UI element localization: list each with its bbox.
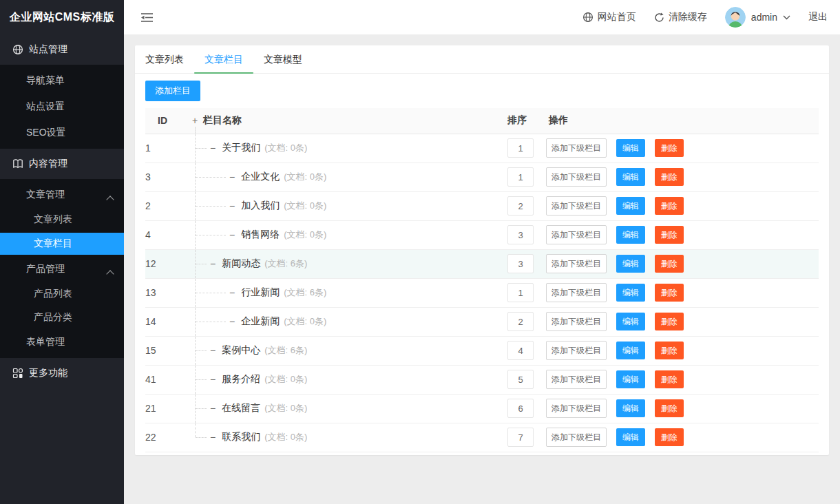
- clear-cache-link[interactable]: 清除缓存: [654, 11, 707, 23]
- tree-collapse-icon[interactable]: −: [229, 229, 235, 240]
- tree-collapse-icon[interactable]: −: [210, 345, 216, 356]
- sort-input[interactable]: [507, 138, 534, 158]
- delete-button[interactable]: 删除: [655, 168, 684, 186]
- add-sub-category-button[interactable]: 添加下级栏目: [546, 428, 607, 447]
- site-home-link[interactable]: 网站首页: [582, 11, 636, 23]
- add-sub-category-button[interactable]: 添加下级栏目: [546, 341, 607, 360]
- tab-article-categories[interactable]: 文章栏目: [194, 45, 253, 73]
- edit-button[interactable]: 编辑: [616, 284, 645, 302]
- sort-input[interactable]: [507, 196, 534, 216]
- sidebar-item-more-features[interactable]: 更多功能: [0, 358, 124, 388]
- sort-input[interactable]: [507, 370, 534, 389]
- header-sort: 排序: [507, 108, 546, 134]
- sort-input[interactable]: [507, 283, 534, 302]
- sidebar-item-site-management[interactable]: 站点管理: [0, 34, 124, 65]
- user-menu[interactable]: admin: [725, 7, 790, 28]
- sidebar-item-label: 文章列表: [34, 213, 72, 226]
- clear-cache-label: 清除缓存: [669, 11, 707, 23]
- sort-input[interactable]: [507, 254, 534, 273]
- edit-button[interactable]: 编辑: [616, 197, 645, 215]
- edit-button[interactable]: 编辑: [616, 255, 645, 273]
- tree-content: − 服务介绍 (文档: 0条): [189, 373, 307, 386]
- delete-button[interactable]: 删除: [655, 226, 684, 244]
- sort-input[interactable]: [507, 167, 534, 187]
- add-sub-category-button[interactable]: 添加下级栏目: [546, 167, 607, 187]
- sidebar-item-form-management[interactable]: 表单管理: [0, 329, 124, 355]
- delete-button[interactable]: 删除: [655, 342, 684, 359]
- delete-button[interactable]: 删除: [655, 139, 684, 157]
- sidebar-item-article-categories[interactable]: 文章栏目: [0, 233, 124, 255]
- sort-input[interactable]: [507, 428, 534, 447]
- add-sub-category-button[interactable]: 添加下级栏目: [546, 225, 607, 244]
- delete-button[interactable]: 删除: [655, 284, 684, 302]
- tree-cell: − 在线留言 (文档: 0条): [189, 395, 507, 423]
- tree-collapse-icon[interactable]: −: [229, 316, 235, 327]
- tab-article-list[interactable]: 文章列表: [135, 45, 194, 73]
- tab-label: 文章列表: [145, 54, 184, 65]
- tab-label: 文章模型: [264, 54, 302, 65]
- sidebar-collapse-button[interactable]: [140, 10, 156, 25]
- grid-icon: [12, 368, 23, 379]
- tree-collapse-icon[interactable]: −: [210, 258, 216, 269]
- category-row: 3 − 企业文化 (文档: 0条) 添加下级栏目 编辑 删除: [145, 162, 819, 191]
- table-header-row: ID + 栏目名称 排序 操作: [145, 108, 819, 134]
- delete-button[interactable]: 删除: [655, 197, 684, 215]
- sort-input[interactable]: [507, 225, 534, 244]
- edit-button[interactable]: 编辑: [616, 428, 645, 446]
- add-sub-category-button[interactable]: 添加下级栏目: [546, 138, 607, 158]
- tree-collapse-icon[interactable]: −: [229, 200, 235, 211]
- delete-button[interactable]: 删除: [655, 255, 684, 273]
- sidebar-item-product-categories[interactable]: 产品分类: [0, 306, 124, 329]
- tree-content: − 案例中心 (文档: 6条): [189, 344, 307, 357]
- tree-horizontal-line: [196, 177, 226, 178]
- sort-input[interactable]: [507, 399, 534, 418]
- sort-input[interactable]: [507, 341, 534, 360]
- sidebar-item-content-management[interactable]: 内容管理: [0, 149, 124, 179]
- chevron-up-icon: [107, 269, 113, 275]
- sidebar-item-nav-menu[interactable]: 导航菜单: [0, 67, 124, 94]
- sidebar-item-product-list[interactable]: 产品列表: [0, 282, 124, 306]
- tree-collapse-icon[interactable]: −: [229, 171, 235, 182]
- content-management-submenu: 文章管理 文章列表 文章栏目 产品管理 产品列表 产品分类 表单管理: [0, 179, 124, 358]
- delete-button[interactable]: 删除: [655, 399, 684, 417]
- sidebar-item-product-management[interactable]: 产品管理: [0, 256, 124, 282]
- edit-button[interactable]: 编辑: [616, 399, 645, 417]
- add-sub-category-button[interactable]: 添加下级栏目: [546, 312, 607, 331]
- edit-button[interactable]: 编辑: [616, 370, 645, 388]
- sidebar-item-article-management[interactable]: 文章管理: [0, 182, 124, 208]
- sidebar-item-article-list[interactable]: 文章列表: [0, 208, 124, 231]
- main-content: 文章列表 文章栏目 文章模型 添加栏目 ID + 栏目名称 排序 操作: [124, 34, 840, 504]
- category-row: 12 − 新闻动态 (文档: 6条) 添加下级栏目 编辑 删除: [145, 249, 819, 278]
- edit-button[interactable]: 编辑: [616, 342, 645, 359]
- category-row: 15 − 案例中心 (文档: 6条) 添加下级栏目 编辑 删除: [145, 336, 819, 365]
- delete-button[interactable]: 删除: [655, 370, 684, 388]
- delete-button[interactable]: 删除: [655, 313, 684, 330]
- add-category-button[interactable]: 添加栏目: [145, 81, 200, 101]
- edit-button[interactable]: 编辑: [616, 139, 645, 157]
- edit-button[interactable]: 编辑: [616, 168, 645, 186]
- add-sub-category-button[interactable]: 添加下级栏目: [546, 196, 607, 216]
- add-sub-category-button[interactable]: 添加下级栏目: [546, 399, 607, 418]
- tree-horizontal-line: [196, 350, 207, 351]
- tree-collapse-icon[interactable]: −: [210, 432, 216, 443]
- category-name: 联系我们: [222, 431, 260, 443]
- edit-button[interactable]: 编辑: [616, 226, 645, 244]
- add-sub-category-button[interactable]: 添加下级栏目: [546, 283, 607, 302]
- tree-collapse-icon[interactable]: −: [210, 403, 216, 414]
- tree-collapse-icon[interactable]: −: [210, 143, 216, 154]
- sort-input[interactable]: [507, 312, 534, 331]
- sidebar-item-site-settings[interactable]: 站点设置: [0, 94, 124, 120]
- logout-link[interactable]: 退出: [808, 11, 828, 23]
- edit-button[interactable]: 编辑: [616, 313, 645, 330]
- tab-article-model[interactable]: 文章模型: [253, 45, 313, 73]
- delete-button[interactable]: 删除: [655, 428, 684, 446]
- sidebar-item-seo-settings[interactable]: SEO设置: [0, 120, 124, 146]
- add-sub-category-button[interactable]: 添加下级栏目: [546, 370, 607, 389]
- tree-collapse-icon[interactable]: −: [229, 287, 235, 298]
- sidebar-item-label: 站点管理: [29, 43, 67, 56]
- doc-count: (文档: 0条): [264, 373, 307, 386]
- add-sub-category-button[interactable]: 添加下级栏目: [546, 254, 607, 273]
- tree-collapse-icon[interactable]: −: [210, 374, 216, 385]
- header-actions: 操作: [546, 108, 819, 134]
- expand-all-icon[interactable]: +: [192, 115, 198, 126]
